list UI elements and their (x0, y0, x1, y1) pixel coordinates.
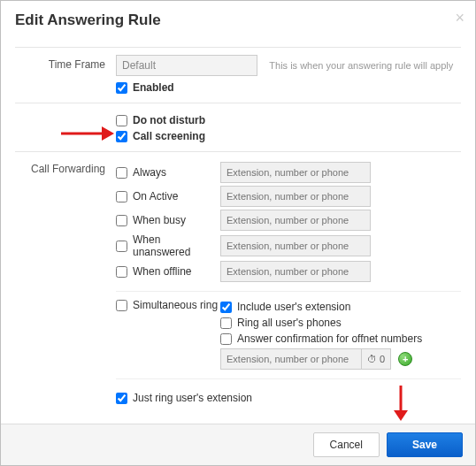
forward-always-checkbox[interactable] (116, 167, 127, 179)
ring-all-users-phones-label: Ring all user's phones (237, 317, 342, 329)
enabled-label: Enabled (133, 81, 174, 94)
modal-footer: Cancel Save (1, 424, 475, 465)
call-screening-label: Call screening (133, 130, 205, 142)
divider (15, 47, 461, 48)
answer-confirmation-label: Answer confirmation for offnet numbers (237, 332, 422, 345)
forward-when-offline-label: When offline (133, 265, 192, 278)
just-ring-section: Just ring user's extension (116, 378, 461, 404)
forward-when-offline-input[interactable] (220, 261, 371, 282)
just-ring-users-extension-label: Just ring user's extension (133, 392, 252, 404)
ring-all-users-phones-checkbox[interactable] (220, 317, 232, 329)
edit-answering-rule-modal: Edit Answering Rule × Time Frame This is… (0, 0, 476, 466)
modal-body: Time Frame This is when your answering r… (1, 38, 475, 408)
simultaneous-ring-label: Simultaneous ring (133, 299, 218, 311)
time-frame-label: Time Frame (15, 55, 116, 71)
forward-when-unanswered-checkbox[interactable] (116, 241, 127, 252)
call-screening-checkbox[interactable] (116, 131, 127, 142)
include-users-extension-checkbox[interactable] (220, 302, 232, 313)
forward-always-input[interactable] (220, 162, 371, 183)
forward-on-active-checkbox[interactable] (116, 191, 127, 202)
forward-on-active-input[interactable] (220, 186, 371, 207)
divider (15, 151, 461, 152)
modal-header: Edit Answering Rule × (1, 1, 475, 38)
forward-when-busy-input[interactable] (220, 210, 371, 231)
forward-when-busy-checkbox[interactable] (116, 215, 127, 226)
ring-duration-stepper[interactable]: ⏱ 0 (362, 348, 391, 370)
clock-icon: ⏱ (367, 354, 377, 364)
forward-when-unanswered-input[interactable] (220, 235, 371, 256)
time-frame-input[interactable] (116, 55, 257, 76)
svg-marker-3 (394, 410, 408, 421)
simultaneous-ring-checkbox[interactable] (116, 300, 127, 311)
do-not-disturb-checkbox[interactable] (116, 115, 127, 126)
answer-confirmation-checkbox[interactable] (220, 333, 232, 345)
forward-when-offline-checkbox[interactable] (116, 266, 127, 278)
ring-duration-value: 0 (380, 354, 385, 364)
divider (15, 103, 461, 103)
enabled-checkbox[interactable] (116, 82, 127, 94)
close-icon[interactable]: × (455, 10, 464, 26)
include-users-extension-label: Include user's extension (237, 301, 350, 313)
add-number-button[interactable]: + (398, 352, 412, 366)
simultaneous-ring-input[interactable] (220, 348, 362, 370)
options-row: Do not disturb Call screening (15, 111, 461, 146)
time-frame-help: This is when your answering rule will ap… (269, 60, 453, 71)
forward-when-busy-label: When busy (133, 214, 186, 226)
save-button[interactable]: Save (387, 432, 463, 457)
modal-title: Edit Answering Rule (15, 11, 161, 28)
cancel-button[interactable]: Cancel (313, 432, 380, 457)
do-not-disturb-label: Do not disturb (133, 114, 205, 126)
just-ring-users-extension-checkbox[interactable] (116, 393, 127, 404)
forward-always-label: Always (133, 166, 166, 179)
time-frame-row: Time Frame This is when your answering r… (15, 55, 461, 97)
forward-when-unanswered-label: When unanswered (133, 233, 220, 258)
call-forwarding-label: Call Forwarding (15, 159, 116, 175)
simultaneous-ring-section: Simultaneous ring Include user's extensi… (116, 291, 461, 370)
forward-on-active-label: On Active (133, 190, 178, 202)
call-forwarding-section: Call Forwarding Always On Active When bu… (15, 159, 461, 408)
